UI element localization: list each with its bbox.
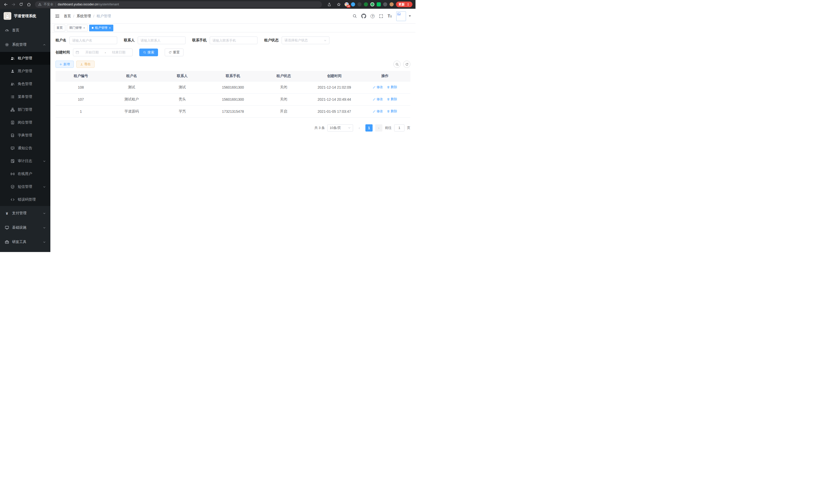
page-number-1[interactable]: 1	[365, 124, 373, 131]
cell-tenant-id: 107	[56, 93, 106, 105]
page-size-select[interactable]: 10条/页	[327, 124, 353, 131]
sidebar-item-role[interactable]: 角色管理	[0, 78, 50, 90]
chevron-down-icon	[43, 185, 46, 188]
url-bar[interactable]: 不安全 dashboard.yudao.iocoder.cn/system/te…	[35, 1, 322, 8]
col-created: 创建时间	[309, 71, 360, 81]
start-date-placeholder: 开始日期	[81, 50, 103, 55]
col-phone: 联系手机	[208, 71, 258, 81]
bookmark-star-icon[interactable]	[335, 1, 342, 8]
add-button[interactable]: 新增	[56, 61, 74, 68]
prev-page-button[interactable]: ‹	[355, 124, 363, 131]
date-range-picker[interactable]: 开始日期 - 结束日期	[73, 49, 133, 56]
tab-home[interactable]: 首页	[54, 25, 65, 31]
sidebar-item-menu[interactable]: 菜单管理	[0, 90, 50, 103]
github-icon[interactable]	[361, 13, 366, 19]
search-button[interactable]: 搜索	[139, 49, 158, 56]
extension-icon-4[interactable]	[364, 2, 368, 6]
close-icon[interactable]: ×	[83, 26, 85, 30]
back-icon[interactable]	[2, 1, 9, 8]
export-button[interactable]: 导出	[76, 61, 94, 68]
reload-icon[interactable]	[18, 1, 25, 8]
forward-icon[interactable]	[10, 1, 17, 8]
toggle-search-icon[interactable]	[393, 61, 401, 68]
sidebar-item-system[interactable]: 系统管理	[0, 37, 50, 52]
edit-link[interactable]: 修改	[373, 109, 383, 114]
col-actions: 操作	[360, 71, 410, 81]
extension-icon-8[interactable]	[390, 2, 394, 6]
book-icon	[10, 133, 15, 138]
breadcrumb-home[interactable]: 首页	[64, 14, 71, 19]
sidebar-item-online-users[interactable]: 在线用户	[0, 168, 50, 180]
edit-link[interactable]: 修改	[373, 85, 383, 89]
chevron-down-icon	[43, 226, 46, 229]
edit-link[interactable]: 修改	[373, 97, 383, 101]
cell-actions: 修改 删除	[360, 105, 410, 117]
chevron-down-icon[interactable]	[409, 16, 411, 17]
sidebar-item-audit-log[interactable]: 审计日志	[0, 155, 50, 168]
trash-icon	[387, 98, 390, 101]
sidebar-item-notice[interactable]: 通知公告	[0, 142, 50, 155]
filter-tenant-name: 租户名	[56, 36, 117, 44]
sidebar-item-dict[interactable]: 字典管理	[0, 129, 50, 142]
sidebar-item-infra[interactable]: 基础设施	[0, 220, 50, 235]
sidebar-item-label: 岗位管理	[18, 120, 32, 125]
filter-phone: 联系手机	[192, 36, 257, 44]
goto-page-input[interactable]	[394, 124, 404, 131]
fullscreen-icon[interactable]	[379, 14, 383, 18]
refresh-table-icon[interactable]	[403, 61, 410, 68]
cell-status: 关闭	[258, 81, 309, 93]
font-size-icon[interactable]: TT	[388, 14, 392, 18]
home-icon[interactable]	[25, 1, 32, 8]
extension-icon-6[interactable]	[377, 2, 381, 6]
help-icon[interactable]: ?	[371, 14, 375, 18]
extension-icon-1[interactable]: 10	[345, 2, 349, 6]
browser-actions: 10 更新⋮	[324, 1, 413, 8]
sidebar-item-sms[interactable]: 短信管理	[0, 180, 50, 193]
share-icon[interactable]	[325, 1, 333, 8]
update-button[interactable]: 更新⋮	[396, 2, 412, 7]
delete-link[interactable]: 删除	[387, 97, 397, 101]
cell-phone: 15601691300	[208, 81, 258, 93]
sidebar-item-post[interactable]: 岗位管理	[0, 116, 50, 129]
sidebar-item-home[interactable]: 首页	[0, 23, 50, 37]
status-select[interactable]: 请选择租户状态	[282, 36, 329, 44]
extension-icon-7[interactable]	[383, 2, 387, 6]
end-date-placeholder: 结束日期	[107, 50, 130, 55]
close-icon[interactable]: ×	[109, 26, 111, 30]
link-label: 删除	[391, 97, 397, 101]
app-logo[interactable]: 芋道管理系统	[0, 9, 50, 23]
tab-dept[interactable]: 部门管理×	[67, 25, 88, 31]
sidebar-item-devtools[interactable]: 研发工具	[0, 235, 50, 249]
shield-icon	[10, 185, 15, 189]
sidebar-item-tenant[interactable]: 租户管理	[0, 52, 50, 65]
sidebar-toggle-icon[interactable]	[55, 14, 60, 19]
extension-icon-3[interactable]	[357, 2, 362, 6]
contact-input[interactable]	[138, 36, 185, 44]
select-placeholder: 请选择租户状态	[284, 38, 308, 42]
search-icon[interactable]	[352, 14, 357, 18]
extension-icon-5[interactable]	[370, 2, 374, 6]
sidebar-item-dept[interactable]: 部门管理	[0, 103, 50, 116]
extension-icon-2[interactable]	[351, 2, 355, 6]
screen: 不安全 dashboard.yudao.iocoder.cn/system/te…	[0, 0, 416, 252]
sidebar-item-label: 基础设施	[12, 225, 26, 230]
toolbox-icon	[5, 240, 9, 244]
sidebar-item-payment[interactable]: ¥ 支付管理	[0, 206, 50, 220]
link-label: 修改	[376, 85, 383, 89]
next-page-button[interactable]: ›	[375, 124, 382, 131]
toolbar-right	[393, 61, 410, 68]
avatar[interactable]	[396, 11, 406, 21]
sidebar-item-error-code[interactable]: 错误码管理	[0, 193, 50, 206]
phone-input[interactable]	[210, 36, 257, 44]
reset-button[interactable]: 重置	[165, 49, 183, 56]
sidebar-item-user[interactable]: 用户管理	[0, 65, 50, 78]
delete-link[interactable]: 删除	[387, 109, 397, 114]
id-badge-icon	[10, 120, 15, 125]
table-row: 107 测试租户 秃头 15601691300 关闭 2021-12-14 20…	[56, 93, 410, 105]
tab-tenant[interactable]: 租户管理×	[89, 25, 113, 31]
delete-link[interactable]: 删除	[387, 85, 397, 89]
edit-icon	[373, 110, 376, 113]
cell-actions: 修改 删除	[360, 93, 410, 105]
sidebar-item-label: 字典管理	[18, 133, 32, 138]
tenant-name-input[interactable]	[69, 36, 117, 44]
